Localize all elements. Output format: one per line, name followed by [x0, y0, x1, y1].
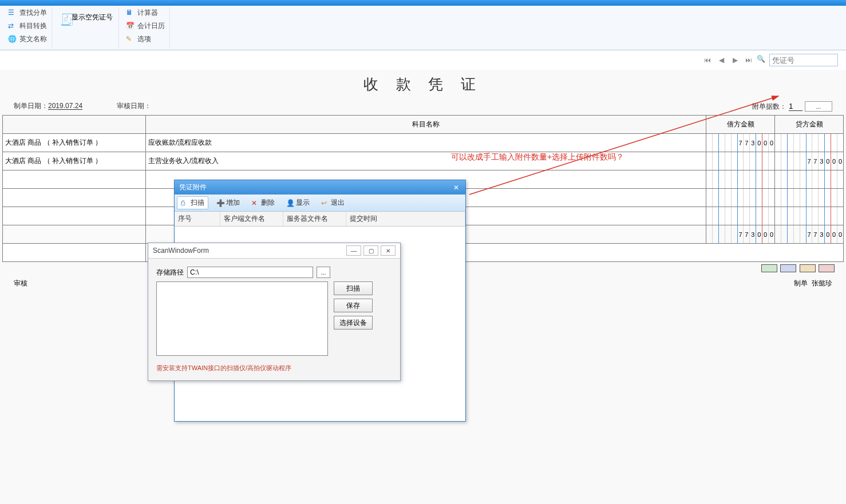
attachment-modal-close-button[interactable]: ✕	[452, 184, 461, 192]
gear-icon: ✎	[126, 35, 135, 44]
attachment-modal-title: 凭证附件	[179, 182, 207, 192]
attachment-list-header: 序号 客户端文件名 服务器文件名 提交时间	[175, 212, 465, 227]
attachment-modal-title-bar[interactable]: 凭证附件 ✕	[175, 180, 465, 195]
cell-summary[interactable]: 大酒店 商品 （ 补入销售订单 ）	[3, 134, 146, 152]
delete-icon: ✕	[251, 199, 259, 207]
table-row[interactable]: 大酒店 商品 （ 补入销售订单 ）主营业务收入/流程收入773000	[3, 152, 844, 170]
cell-subject[interactable]: 应收账款/流程应收款	[146, 134, 706, 152]
scan-browse-button[interactable]: ...	[317, 267, 330, 278]
calendar-label: 会计日历	[137, 21, 165, 31]
nav-next-button[interactable]: ▶	[729, 54, 741, 66]
col-debit-header: 借方金额	[706, 116, 775, 134]
nav-last-button[interactable]: ⏭	[743, 54, 754, 66]
total-debit: 773000	[706, 225, 775, 244]
scan-preview	[156, 281, 328, 356]
make-date-value: 2019.07.24	[48, 102, 82, 110]
attach-browse-button[interactable]: ...	[805, 101, 832, 112]
col-summary-header	[3, 116, 146, 134]
nav-first-button[interactable]: ⏮	[702, 54, 713, 66]
scan-device-button[interactable]: 选择设备	[334, 316, 373, 330]
scan-modal-title: ScanWindowForm	[153, 247, 209, 255]
badge-1[interactable]	[761, 264, 777, 272]
tool-group-2: 🧾 显示空凭证号	[54, 7, 119, 49]
scan-save-button[interactable]: 保存	[334, 299, 373, 312]
find-split-label: 查找分单	[19, 8, 47, 18]
nav-row: ⏮ ◀ ▶ ⏭ 🔍	[0, 50, 846, 70]
scan-modal: ScanWindowForm — ▢ ✕ 存储路径 ... 扫描 保存 选择设备…	[148, 243, 401, 381]
calendar-icon: 📅	[126, 22, 135, 31]
scan-path-label: 存储路径	[156, 268, 184, 277]
show-empty-voucher-button[interactable]: 🧾 显示空凭证号	[57, 7, 116, 27]
col-server[interactable]: 服务器文件名	[283, 212, 346, 226]
badge-2[interactable]	[780, 264, 796, 272]
attach-count-label: 附单据数：	[752, 102, 786, 112]
options-label: 选项	[137, 34, 151, 44]
audit-date-label: 审核日期：	[117, 101, 151, 112]
english-name-button[interactable]: 🌐 英文名称	[6, 33, 49, 45]
voucher-title: 收 款 凭 证	[0, 74, 846, 94]
cell-debit[interactable]	[706, 207, 775, 225]
globe-icon: 🌐	[8, 35, 17, 44]
nav-prev-button[interactable]: ◀	[715, 54, 727, 66]
scan-min-button[interactable]: —	[346, 245, 361, 256]
cell-debit[interactable]: 773000	[706, 134, 775, 152]
badge-3[interactable]	[800, 264, 816, 272]
find-split-button[interactable]: ☰ 查找分单	[6, 7, 49, 19]
cell-summary[interactable]: 大酒店 商品 （ 补入销售订单 ）	[3, 152, 146, 170]
badge-4[interactable]	[819, 264, 835, 272]
exit-icon: ↩	[321, 199, 329, 207]
voucher-icon: 🧾	[60, 13, 69, 22]
subject-transfer-button[interactable]: ⇄ 科目转换	[6, 20, 49, 32]
calculator-label: 计算器	[137, 8, 158, 18]
options-button[interactable]: ✎ 选项	[124, 33, 167, 45]
cell-empty	[3, 225, 146, 244]
col-seq[interactable]: 序号	[175, 212, 220, 226]
scan-button[interactable]: ⎙扫描	[177, 196, 208, 209]
maker-label: 制单	[794, 279, 808, 287]
scan-close-button[interactable]: ✕	[381, 245, 396, 256]
total-credit: 773000	[775, 225, 844, 244]
scan-path-input[interactable]	[187, 267, 313, 278]
ribbon-bar	[0, 0, 846, 6]
cell-debit[interactable]	[706, 189, 775, 207]
tool-group-3: 🖩 计算器 📅 会计日历 ✎ 选项	[121, 7, 170, 49]
cell-empty	[3, 244, 146, 262]
maker-name: 张懿珍	[812, 279, 832, 287]
cell-credit[interactable]	[775, 170, 844, 189]
cell-credit[interactable]: 773000	[775, 152, 844, 170]
voucher-info-row: 制单日期：2019.07.24 审核日期： 附单据数： ...	[0, 101, 846, 115]
cell-credit[interactable]	[775, 134, 844, 152]
cell-credit[interactable]	[775, 189, 844, 207]
col-client[interactable]: 客户端文件名	[220, 212, 283, 226]
attachment-toolbar: ⎙扫描 ➕增加 ✕删除 👤显示 ↩退出	[175, 195, 465, 212]
cell-summary[interactable]	[3, 170, 146, 189]
cell-subject[interactable]: 主营业务收入/流程收入	[146, 152, 706, 170]
calculator-button[interactable]: 🖩 计算器	[124, 7, 167, 19]
cell-summary[interactable]	[3, 207, 146, 225]
table-row[interactable]: 大酒店 商品 （ 补入销售订单 ）应收账款/流程应收款773000	[3, 134, 844, 152]
add-button[interactable]: ➕增加	[213, 196, 243, 209]
cell-summary[interactable]	[3, 189, 146, 207]
add-icon: ➕	[216, 199, 224, 207]
search-icon: 🔍	[757, 55, 767, 65]
col-time[interactable]: 提交时间	[346, 212, 465, 226]
calendar-button[interactable]: 📅 会计日历	[124, 20, 167, 32]
show-empty-voucher-label: 显示空凭证号	[72, 13, 113, 22]
scan-max-button[interactable]: ▢	[363, 245, 378, 256]
cell-debit[interactable]	[706, 170, 775, 189]
subject-transfer-label: 科目转换	[19, 21, 47, 31]
delete-button[interactable]: ✕删除	[248, 196, 278, 209]
calculator-icon: 🖩	[126, 9, 135, 18]
show-button[interactable]: 👤显示	[283, 196, 313, 209]
cell-credit[interactable]	[775, 207, 844, 225]
cell-debit[interactable]	[706, 152, 775, 170]
exit-button[interactable]: ↩退出	[318, 196, 348, 209]
voucher-search-input[interactable]	[769, 54, 838, 66]
tool-group-1: ☰ 查找分单 ⇄ 科目转换 🌐 英文名称	[3, 7, 52, 49]
scan-icon: ⎙	[181, 199, 189, 207]
scan-note: 需安装支持TWAIN接口的扫描仪/高拍仪驱动程序	[156, 364, 392, 372]
scan-do-button[interactable]: 扫描	[334, 281, 373, 295]
attach-count-input[interactable]	[789, 102, 802, 111]
scan-modal-title-bar[interactable]: ScanWindowForm — ▢ ✕	[148, 243, 400, 259]
english-name-label: 英文名称	[19, 34, 47, 44]
